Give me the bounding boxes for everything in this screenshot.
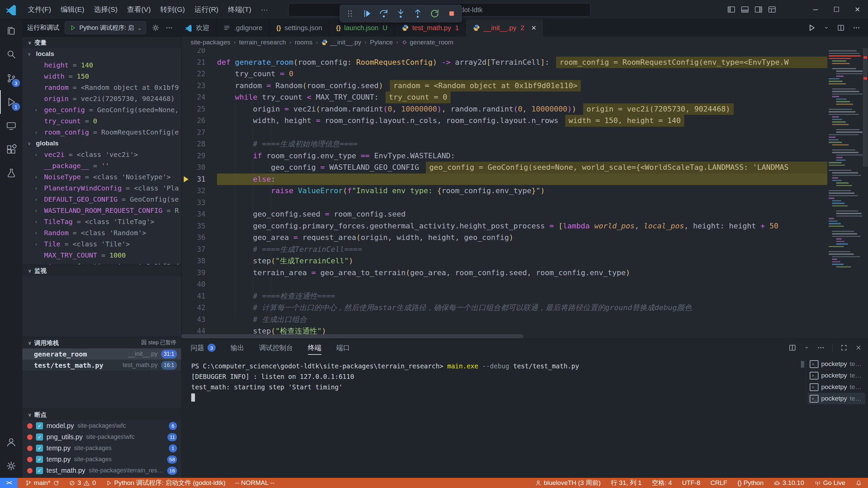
terminal-output[interactable]: PS C:\computer_science\godot-ldtk\site-p… <box>191 361 800 403</box>
menu-item[interactable]: 选择(S) <box>89 3 122 16</box>
maximize-panel-icon[interactable] <box>840 344 848 351</box>
section-header-call-stack[interactable]: ∨调用堆栈因 step 已暂停 <box>22 337 181 348</box>
variable-group-globals[interactable]: ∨globals <box>22 138 181 149</box>
panel-right-icon[interactable] <box>754 5 763 14</box>
code-editor[interactable]: 2021def generate_room(room_config: RoomR… <box>181 48 868 339</box>
breadcrumb-item[interactable]: rooms <box>295 39 313 46</box>
activity-item-extensions[interactable] <box>0 138 22 161</box>
breakpoint-checkbox[interactable]: ✓ <box>36 467 43 474</box>
breakpoint-row[interactable]: ✓temp.pysite-packages58 <box>22 454 181 465</box>
code-line-29[interactable]: 29 if room_config.env_type == EnvType.WA… <box>181 150 868 162</box>
code-line-37[interactable]: 37 # ====生成TerrainCell==== <box>181 244 868 256</box>
breakpoint-row[interactable]: ✓png_utils.pysite-packages\wfc11 <box>22 431 181 443</box>
tab-.gdignore[interactable]: .gdignore <box>216 19 269 37</box>
code-line-43[interactable]: 43 # 生成出口组合 <box>181 314 868 326</box>
close-button[interactable]: ✕ <box>847 0 868 19</box>
status-python-version[interactable]: 3.10.10 <box>774 479 804 487</box>
code-line-31[interactable]: 31 else: <box>181 174 868 185</box>
code-line-32[interactable]: 32 raise ValueError(f"Invalid env type: … <box>181 185 868 197</box>
section-header-breakpoints[interactable]: ∨断点 <box>22 409 181 420</box>
run-dropdown-icon[interactable] <box>823 25 829 31</box>
breadcrumb-item[interactable]: __init__.py <box>321 39 361 46</box>
debug-settings-gear-icon[interactable] <box>152 24 160 32</box>
code-line-28[interactable]: 28 # ====生成初始地理信息==== <box>181 138 868 150</box>
activity-item-remote-explorer[interactable] <box>0 114 22 138</box>
horizontal-scrollbar[interactable] <box>181 334 524 338</box>
debug-config-dropdown[interactable]: Python 调试程序: 启 ⌄ <box>65 21 146 34</box>
variable-row[interactable]: ›WASTELAND_ROOM_REQUEST_CONFIG = RoomR… <box>22 205 181 216</box>
menu-item[interactable]: 终端(T) <box>223 3 256 16</box>
status-cursor-position[interactable]: 行 31, 列 1 <box>611 479 642 487</box>
panel-tab-调试控制台[interactable]: 调试控制台 <box>259 339 293 356</box>
overview-ruler[interactable] <box>863 48 868 339</box>
panel-more-actions-icon[interactable] <box>817 344 825 352</box>
terminal-list-item[interactable]: >_pocketpyte… <box>808 358 865 370</box>
variable-row[interactable]: ›Random = <class 'Random'> <box>22 227 181 238</box>
code-line-40[interactable]: 40 <box>181 279 868 290</box>
status-notifications[interactable] <box>855 480 862 486</box>
status-encoding[interactable]: UTF-8 <box>682 479 701 487</box>
editor-more-actions-icon[interactable] <box>852 24 861 32</box>
code-line-23[interactable]: 23 random = Random(room_config.seed)rand… <box>181 80 868 92</box>
variable-row[interactable]: __package__ = '' <box>22 160 181 171</box>
menu-item[interactable]: 转到(G) <box>156 3 190 16</box>
breakpoint-row[interactable]: ✓temp.pysite-packages1 <box>22 443 181 454</box>
variable-row[interactable]: ›NoiseType = <class 'NoiseType'> <box>22 171 181 182</box>
panel-tab-输出[interactable]: 输出 <box>231 339 244 356</box>
breakpoint-checkbox[interactable]: ✓ <box>36 456 43 463</box>
breadcrumb-item[interactable]: generate_room <box>401 39 453 46</box>
vertical-scrollbar[interactable] <box>863 48 868 167</box>
code-line-39[interactable]: 39 terrain_area = geo_area_to_terrain(ge… <box>181 267 868 279</box>
code-line-36[interactable]: 36 geo_area = request_area(origin, width… <box>181 232 868 244</box>
code-line-33[interactable]: 33 <box>181 197 868 209</box>
code-line-34[interactable]: 34 geo_config.seed = room_config.seed <box>181 208 868 220</box>
panel-tab-端口[interactable]: 端口 <box>336 339 350 356</box>
variable-row[interactable]: ›geo_config = GeoConfig(seed=None, wor… <box>22 104 181 115</box>
debug-more-actions-icon[interactable] <box>165 24 173 32</box>
activity-item-accounts[interactable] <box>0 430 22 454</box>
activity-item-testing[interactable] <box>0 161 22 185</box>
variable-row[interactable]: step = <function step at 0x1bf9cd216d <box>22 261 181 265</box>
code-line-20[interactable]: 20 <box>181 48 868 57</box>
code-line-38[interactable]: 38 step("生成TerrainCell") <box>181 255 868 267</box>
code-line-22[interactable]: 22 try_count = 0 <box>181 68 868 80</box>
menu-item[interactable]: ··· <box>256 3 273 16</box>
maximize-button[interactable]: ☐ <box>826 0 847 19</box>
variable-group-locals[interactable]: ∨locals <box>22 48 181 59</box>
menu-item[interactable]: 编辑(E) <box>56 3 89 16</box>
code-line-41[interactable]: 41 # ====检查连通性==== <box>181 290 868 302</box>
minimap[interactable] <box>827 48 863 339</box>
variable-row[interactable]: origin = vec2i(7205730, 9024468) <box>22 93 181 104</box>
step-into-button-icon[interactable] <box>396 8 406 19</box>
activity-item-manage[interactable] <box>0 454 22 478</box>
variable-row[interactable]: MAX_TRY_COUNT = 1000 <box>22 249 181 261</box>
menu-item[interactable]: 文件(F) <box>23 3 56 16</box>
status-debug-status[interactable]: Python 调试程序: 启动文件 (godot-ldtk) <box>105 479 225 487</box>
code-line-35[interactable]: 35 geo_config.primary_forces.geothermal_… <box>181 220 868 232</box>
status-remote-indicator[interactable]: >< <box>0 478 18 488</box>
restart-button-icon[interactable] <box>430 8 440 19</box>
breakpoint-checkbox[interactable]: ✓ <box>36 445 43 452</box>
split-terminal-icon[interactable] <box>788 344 796 352</box>
close-panel-icon[interactable] <box>855 344 862 351</box>
variable-row[interactable]: random = <Random object at 0x1bf9d01e… <box>22 82 181 93</box>
code-line-42[interactable]: 42 # 计算每一个出口的中心，然后使用astar生成路径，确保每一个出口组合都… <box>181 302 868 314</box>
minimize-button[interactable]: ─ <box>805 0 826 19</box>
variable-row[interactable]: ›TileTag = <class 'TileTag'> <box>22 216 181 227</box>
status-git-blame[interactable]: blueloveTH (3 周前) <box>535 479 601 487</box>
breakpoint-row[interactable]: ✓test_math.pysite-packages\terrain_res…1… <box>22 465 181 476</box>
variable-row[interactable]: height = 140 <box>22 59 181 70</box>
terminal-list-scrollbar[interactable] <box>801 361 804 368</box>
terminal-list-item[interactable]: >_pocketpyte… <box>808 381 865 393</box>
section-header-watch[interactable]: ∨监视 <box>22 265 181 276</box>
code-line-24[interactable]: 24 while try_count < MAX_TRY_COUNT:try_c… <box>181 92 868 103</box>
step-out-button-icon[interactable] <box>413 8 423 19</box>
status-vim-mode[interactable]: -- NORMAL -- <box>235 479 274 487</box>
terminal-dropdown-icon[interactable] <box>804 345 809 350</box>
run-python-file-icon[interactable] <box>807 23 816 32</box>
activity-item-run-and-debug[interactable]: 1 <box>0 90 22 114</box>
stop-button-icon[interactable] <box>447 8 457 19</box>
variable-row[interactable]: ›Tile = <class 'Tile'> <box>22 238 181 249</box>
breakpoint-checkbox[interactable]: ✓ <box>36 422 43 429</box>
section-header-variables[interactable]: ∨变量 <box>22 37 181 48</box>
